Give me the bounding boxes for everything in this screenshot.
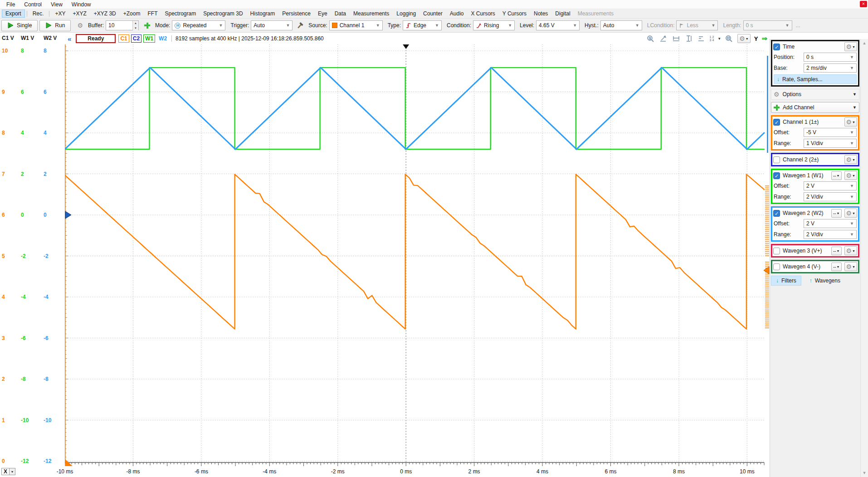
wavegen1-offset-select[interactable]: 2 V ▼ <box>804 181 857 190</box>
wavegen1-range-select[interactable]: 2 V/div ▼ <box>804 192 857 201</box>
wavegen1-checkbox[interactable]: ✓ <box>773 172 780 179</box>
x-axis-selector[interactable]: X ▼ <box>1 468 15 475</box>
hammer-icon[interactable] <box>296 22 303 29</box>
plot-area[interactable] <box>65 44 770 467</box>
toolbar-tab-digital[interactable]: Digital <box>551 10 574 18</box>
channel-position-marker[interactable] <box>65 211 71 219</box>
add-channel-button[interactable]: Add Channel ▼ <box>771 102 859 113</box>
pan-right-icon[interactable]: ⇒ <box>761 34 767 43</box>
chevron-down-icon[interactable]: ▼ <box>717 37 721 41</box>
collapse-left-icon[interactable]: « <box>68 35 71 43</box>
wavegen3-mode-button[interactable]: --▼ <box>831 247 842 255</box>
toolbar-tab-measurements[interactable]: Measurements <box>350 10 393 18</box>
channel1-range-select[interactable]: 1 V/div ▼ <box>804 139 857 148</box>
buffer-spin-arrows[interactable]: ▲▼ <box>132 21 138 30</box>
hysteresis-select[interactable]: Auto ▼ <box>600 20 642 30</box>
toolbar-tab-notes[interactable]: Notes <box>530 10 551 18</box>
channel1-sawtooth-trace[interactable] <box>65 174 764 329</box>
wavegen4-mode-button[interactable]: --▼ <box>831 263 842 271</box>
time-settings-button[interactable]: ⚙▼ <box>844 42 858 51</box>
toolbar-tab-x-cursors[interactable]: X Cursors <box>467 10 498 18</box>
measure-lines-icon[interactable] <box>697 34 706 43</box>
wavegen4-checkbox[interactable]: ✓ <box>773 263 780 270</box>
trigger-select[interactable]: Auto ▼ <box>251 20 293 30</box>
wavegen3-settings-button[interactable]: ⚙▼ <box>844 246 858 255</box>
scroll-up-icon[interactable]: ▲ <box>861 41 868 45</box>
panel-scrollbar[interactable]: ▲ ▼ <box>860 39 868 477</box>
menu-file[interactable]: File <box>2 0 20 9</box>
lcondition-select[interactable]: Less ▼ <box>676 20 718 30</box>
level-select[interactable]: 4.65 V ▼ <box>536 20 580 30</box>
toolbar-tab-spectrogram-3d[interactable]: Spectrogram 3D <box>200 10 246 18</box>
wavegen2-checkbox[interactable]: ✓ <box>773 210 780 217</box>
single-button[interactable]: 1 Single <box>1 20 38 31</box>
length-select[interactable]: 0 s ▼ <box>743 20 792 30</box>
toolbar-tab-histogram[interactable]: Histogram <box>247 10 279 18</box>
channel-chip-c1[interactable]: C1 <box>118 34 129 43</box>
x-axis-selector-label[interactable]: X <box>1 468 10 475</box>
fit-arrow-icon[interactable] <box>659 34 668 43</box>
wavegen2-range-select[interactable]: 2 V/div ▼ <box>804 230 857 239</box>
channel1-settings-button[interactable]: ⚙▼ <box>844 117 858 127</box>
toolbar-tab-audio[interactable]: Audio <box>446 10 468 18</box>
toolbar-tab-eye[interactable]: Eye <box>314 10 331 18</box>
source-select[interactable]: Channel 1 ▼ <box>329 20 383 30</box>
chevron-down-icon[interactable]: ▼ <box>10 468 15 475</box>
toolbar-tab-fft[interactable]: FFT <box>144 10 161 18</box>
toolbar-tab-data[interactable]: Data <box>331 10 350 18</box>
toolbar-tab-counter[interactable]: Counter <box>419 10 446 18</box>
channel-chip-w1[interactable]: W1 <box>143 34 155 43</box>
wavegen2-triangle-trace[interactable] <box>65 68 764 149</box>
toolbar-tab-y-cursors[interactable]: Y Cursors <box>499 10 530 18</box>
position-select[interactable]: 0 s ▼ <box>804 53 857 62</box>
channel2-settings-button[interactable]: ⚙▼ <box>844 155 858 164</box>
wavegen4-settings-button[interactable]: ⚙▼ <box>844 262 858 271</box>
oscilloscope-plot[interactable] <box>65 44 770 467</box>
menu-view[interactable]: View <box>46 0 67 9</box>
condition-select[interactable]: Rising ▼ <box>473 20 515 30</box>
mode-select[interactable]: H Repeated ▼ <box>172 20 225 30</box>
filters-button[interactable]: ↓ Filters <box>771 276 801 286</box>
wavegen2-mode-button[interactable]: --▼ <box>831 209 842 218</box>
toolbar-tab--xyz-3d[interactable]: +XYZ 3D <box>90 10 120 18</box>
toolbar-tab-persistence[interactable]: Persistence <box>278 10 314 18</box>
wavegens-button[interactable]: ↑ Wavegens <box>808 276 842 286</box>
measure-height-icon[interactable] <box>684 34 693 43</box>
wavegen1-square-trace[interactable] <box>65 68 764 149</box>
zoom-x1-icon[interactable]: 1 <box>646 34 655 43</box>
plot-settings-button[interactable]: ⚙▼ <box>737 34 751 43</box>
scroll-down-icon[interactable]: ▼ <box>861 471 868 475</box>
wavegen2-offset-select[interactable]: 2 V ▼ <box>804 219 857 228</box>
add-mode-plus-icon[interactable] <box>144 23 150 29</box>
wavegen3-checkbox[interactable]: ✓ <box>773 248 780 254</box>
menu-control[interactable]: Control <box>20 0 46 9</box>
wavegen1-mode-button[interactable]: --▼ <box>831 171 842 180</box>
options-row[interactable]: ⚙ Options ▼ <box>771 89 859 100</box>
channel-chip-c2[interactable]: C2 <box>131 34 141 43</box>
y-axis-mode-label[interactable]: Y <box>754 35 758 42</box>
buffer-value[interactable]: 10 <box>106 22 132 29</box>
wavegen1-settings-button[interactable]: ⚙▼ <box>844 171 858 180</box>
run-button[interactable]: Run <box>39 20 71 31</box>
toolbar-tab-rec-[interactable]: Rec. <box>29 10 48 18</box>
zoom-grid-icon[interactable] <box>725 34 734 43</box>
buffer-spinbox[interactable]: 10 ▲▼ <box>106 20 139 30</box>
base-select[interactable]: 2 ms/div ▼ <box>804 63 857 73</box>
type-select[interactable]: Edge ▼ <box>403 20 442 30</box>
trigger-position-marker[interactable] <box>403 44 409 49</box>
channel1-checkbox[interactable]: ✓ <box>773 119 780 126</box>
toolbar-tab-spectrogram[interactable]: Spectrogram <box>161 10 200 18</box>
wavegen2-settings-button[interactable]: ⚙▼ <box>844 209 858 218</box>
channel-chip-w2[interactable]: W2 <box>157 34 169 43</box>
rate-samples-button[interactable]: ↓ Rate, Samples... <box>774 74 857 84</box>
measure-width-icon[interactable] <box>672 34 681 43</box>
buffer-gear-icon[interactable]: ⚙ <box>77 22 83 29</box>
toolbar-tab--xy[interactable]: +XY <box>51 10 69 18</box>
toolbar-overflow[interactable]: ... <box>796 22 800 29</box>
toolbar-tab--xyz[interactable]: +XYZ <box>69 10 90 18</box>
channel2-checkbox[interactable]: ✓ <box>773 156 780 163</box>
channel1-offset-select[interactable]: -5 V ▼ <box>804 128 857 137</box>
toolbar-tab-export[interactable]: Export <box>2 10 25 18</box>
time-checkbox[interactable]: ✓ <box>773 44 780 50</box>
menu-window[interactable]: Window <box>67 0 96 9</box>
